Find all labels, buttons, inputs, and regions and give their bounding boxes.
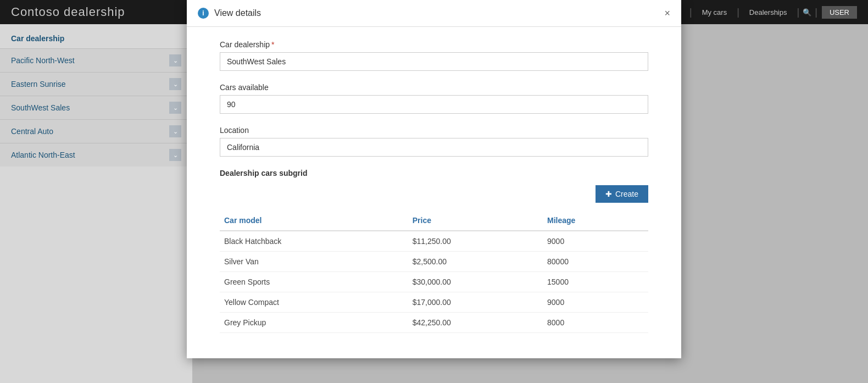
close-button[interactable]: ×: [664, 8, 670, 18]
location-label: Location: [220, 126, 648, 135]
cell-price: $30,000.00: [408, 272, 543, 292]
required-marker: *: [271, 40, 274, 49]
cell-mileage: 8000: [543, 313, 648, 333]
cars-available-label: Cars available: [220, 83, 648, 92]
cell-price: $17,000.00: [408, 292, 543, 313]
cell-car-model: Black Hatchback: [220, 231, 408, 252]
modal-title: View details: [214, 8, 664, 18]
modal-overlay: i View details × Car dealership* Cars av…: [0, 0, 868, 383]
car-dealership-group: Car dealership*: [220, 40, 648, 71]
modal-dialog: i View details × Car dealership* Cars av…: [187, 0, 681, 358]
table-row[interactable]: Yellow Compact $17,000.00 9000: [220, 292, 648, 313]
car-dealership-label: Car dealership*: [220, 40, 648, 49]
cell-car-model: Grey Pickup: [220, 313, 408, 333]
cell-price: $2,500.00: [408, 252, 543, 272]
cell-mileage: 15000: [543, 272, 648, 292]
cell-mileage: 80000: [543, 252, 648, 272]
table-row[interactable]: Black Hatchback $11,250.00 9000: [220, 231, 648, 252]
modal-header: i View details ×: [187, 0, 681, 27]
car-dealership-input[interactable]: [220, 52, 648, 71]
subgrid-header: Dealership cars subgrid: [220, 169, 648, 177]
cell-price: $42,250.00: [408, 313, 543, 333]
info-icon: i: [198, 8, 209, 19]
table-row[interactable]: Silver Van $2,500.00 80000: [220, 252, 648, 272]
table-row[interactable]: Green Sports $30,000.00 15000: [220, 272, 648, 292]
col-mileage: Mileage: [543, 210, 648, 231]
cell-mileage: 9000: [543, 292, 648, 313]
subgrid-section: Dealership cars subgrid ✚ Create Car mod…: [220, 169, 648, 333]
cars-available-group: Cars available: [220, 83, 648, 114]
cell-car-model: Green Sports: [220, 272, 408, 292]
cell-car-model: Yellow Compact: [220, 292, 408, 313]
location-group: Location: [220, 126, 648, 157]
col-car-model: Car model: [220, 210, 408, 231]
create-button[interactable]: ✚ Create: [596, 185, 648, 203]
cell-price: $11,250.00: [408, 231, 543, 252]
cell-car-model: Silver Van: [220, 252, 408, 272]
modal-body: Car dealership* Cars available Location …: [187, 27, 681, 358]
plus-icon: ✚: [605, 190, 612, 198]
cars-table: Car model Price Mileage Black Hatchback …: [220, 210, 648, 333]
location-input[interactable]: [220, 138, 648, 157]
subgrid-toolbar: ✚ Create: [220, 185, 648, 203]
table-row[interactable]: Grey Pickup $42,250.00 8000: [220, 313, 648, 333]
cell-mileage: 9000: [543, 231, 648, 252]
create-label: Create: [615, 190, 638, 198]
table-header-row: Car model Price Mileage: [220, 210, 648, 231]
col-price: Price: [408, 210, 543, 231]
cars-available-input[interactable]: [220, 95, 648, 114]
